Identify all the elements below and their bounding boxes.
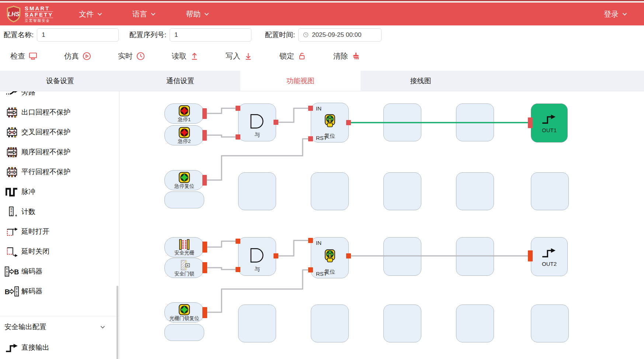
config-serial-input[interactable] (170, 28, 251, 42)
empty-cell[interactable] (456, 305, 494, 342)
read-button[interactable]: 读取 (172, 51, 199, 61)
realtime-button-label: 实时 (118, 51, 133, 61)
sidebar-item-delay-close[interactable]: 延时关闭 (0, 242, 119, 261)
chevron-down-icon (97, 13, 102, 16)
port-label-rst: RST (316, 271, 327, 277)
config-form: 配置名称:配置序列号:配置时间:2025-09-25 00:00 (0, 25, 644, 44)
bypass-icon (4, 91, 20, 96)
tab-wiring-diagram[interactable]: 接线图 (361, 71, 481, 91)
config-time-input[interactable]: 2025-09-25 00:00 (298, 28, 382, 42)
sidebar-item-parallel-return-unprotected[interactable]: 平行回程不保护 (0, 162, 119, 182)
and-gate-icon (248, 113, 267, 129)
step-output-icon (4, 342, 20, 353)
light-curtain-node[interactable]: 安全光栅 (164, 237, 204, 257)
brand-subtitle: 立宏智能安全 (25, 19, 53, 22)
empty-cell[interactable] (383, 103, 421, 141)
unlock-icon (297, 52, 307, 61)
sidebar-item-cross-return-unprotected[interactable]: 交叉回程不保护 (0, 122, 119, 142)
empty-cell[interactable] (164, 191, 204, 208)
sidebar-item-direct-output[interactable]: 直接输出 (0, 338, 119, 358)
estop-2-node[interactable]: 急停2 (164, 125, 204, 145)
toolbar: 检查仿真实时读取写入锁定清除 (0, 44, 644, 68)
sidebar-item-counter-label: 计数 (21, 207, 35, 217)
svg-text:B: B (14, 268, 19, 275)
wire (278, 108, 309, 122)
empty-cell[interactable] (311, 172, 349, 210)
tab-function-view[interactable]: 功能视图 (240, 71, 361, 91)
wire (207, 108, 236, 113)
svg-text:0: 0 (11, 208, 12, 210)
clear-button[interactable]: 清除 (333, 51, 361, 61)
empty-cell[interactable] (456, 103, 494, 141)
reset-2-node[interactable]: 复位INRST (311, 237, 349, 278)
menu-help[interactable]: 帮助 (186, 9, 209, 19)
svg-text:B: B (5, 288, 10, 295)
sidebar-item-delay-open[interactable]: 延时打开 (0, 222, 119, 242)
chevron-down-icon (622, 13, 627, 16)
realtime-button[interactable]: 实时 (118, 51, 145, 61)
reset-1-node[interactable]: 复位INRST (311, 103, 349, 142)
estop-reset-node[interactable]: 急停复位 (164, 170, 204, 190)
write-button[interactable]: 写入 (226, 51, 253, 61)
and-gate-2-node[interactable]: 与 (238, 237, 276, 276)
check-button-label: 检查 (10, 51, 25, 61)
curtain-lock-reset-node[interactable]: 光栅门锁复位 (164, 302, 204, 323)
empty-cell[interactable] (238, 172, 276, 210)
tab-bar: 设备设置通信设置功能视图接线图 (0, 71, 644, 91)
parallel-no-protect-icon (4, 166, 20, 178)
menu-file[interactable]: 文件 (79, 9, 102, 19)
brand-line1: SMART (25, 6, 53, 11)
sidebar-item-counter[interactable]: 001+计数 (0, 202, 119, 222)
login-button[interactable]: 登录 (604, 9, 627, 19)
empty-cell[interactable] (164, 324, 204, 341)
monitor-icon (28, 52, 38, 61)
app-window: LHS SMART SAFETY 立宏智能安全 文件语言帮助 登录 配置名称:配… (0, 0, 644, 359)
config-name-input[interactable] (37, 28, 119, 42)
empty-cell[interactable] (456, 172, 494, 210)
light-curtain-node-label: 安全光栅 (174, 250, 194, 256)
and-gate-1-node[interactable]: 与 (238, 103, 276, 141)
upload-arrow-icon (190, 52, 199, 61)
simulate-button[interactable]: 仿真 (64, 51, 91, 61)
estop-1-node[interactable]: 急停1 (164, 103, 204, 124)
menu-language[interactable]: 语言 (132, 9, 156, 19)
counter-icon: 001+ (4, 206, 20, 218)
lock-button[interactable]: 锁定 (279, 51, 307, 61)
sidebar-item-encoder[interactable]: 001B编码器 (0, 261, 119, 281)
empty-cell[interactable] (383, 172, 421, 210)
pulse-icon (4, 187, 20, 197)
login-label: 登录 (604, 9, 619, 19)
svg-text:1: 1 (16, 293, 17, 296)
sidebar-section-safety-output[interactable]: 安全输出配置 (0, 316, 119, 338)
svg-text:1: 1 (11, 213, 12, 216)
sidebar-item-pulse[interactable]: 脉冲 (0, 182, 119, 202)
svg-text:+: + (15, 213, 17, 218)
sidebar-scrollbar[interactable] (116, 286, 118, 359)
empty-cell[interactable] (311, 305, 349, 342)
empty-cell[interactable] (383, 237, 421, 276)
sidebar-item-sequence-return-unprotected[interactable]: 顺序回程不保护 (0, 142, 119, 162)
config-name-field: 配置名称: (4, 25, 119, 44)
reset-button-icon (178, 172, 190, 183)
empty-cell[interactable] (238, 305, 276, 342)
empty-cell[interactable] (456, 237, 494, 276)
out1-node[interactable]: OUT1 (531, 103, 568, 142)
tab-comm-settings[interactable]: 通信设置 (120, 71, 240, 91)
door-lock-node[interactable]: 安全门锁 (164, 258, 204, 278)
wire (207, 268, 236, 270)
empty-cell[interactable] (531, 305, 569, 342)
empty-cell[interactable] (383, 305, 421, 342)
sidebar-item-cross-return-unprotected-label: 交叉回程不保护 (21, 127, 70, 137)
download-arrow-icon (244, 52, 253, 61)
empty-cell[interactable] (531, 172, 569, 210)
wire (207, 135, 236, 137)
reset-button-icon (178, 304, 190, 316)
sidebar-item-encoder-label: 编码器 (21, 267, 42, 276)
check-button[interactable]: 检查 (10, 51, 38, 61)
tab-device-settings[interactable]: 设备设置 (0, 71, 120, 91)
sidebar-item-exit-return-unprotected[interactable]: 出口回程不保护 (0, 102, 119, 122)
sidebar-item-delay-close-label: 延时关闭 (21, 247, 49, 256)
out2-node[interactable]: OUT2 (531, 237, 568, 276)
sidebar-item-bypass[interactable]: 旁路 (0, 91, 119, 102)
sidebar-item-decoder[interactable]: B001解码器 (0, 281, 119, 301)
